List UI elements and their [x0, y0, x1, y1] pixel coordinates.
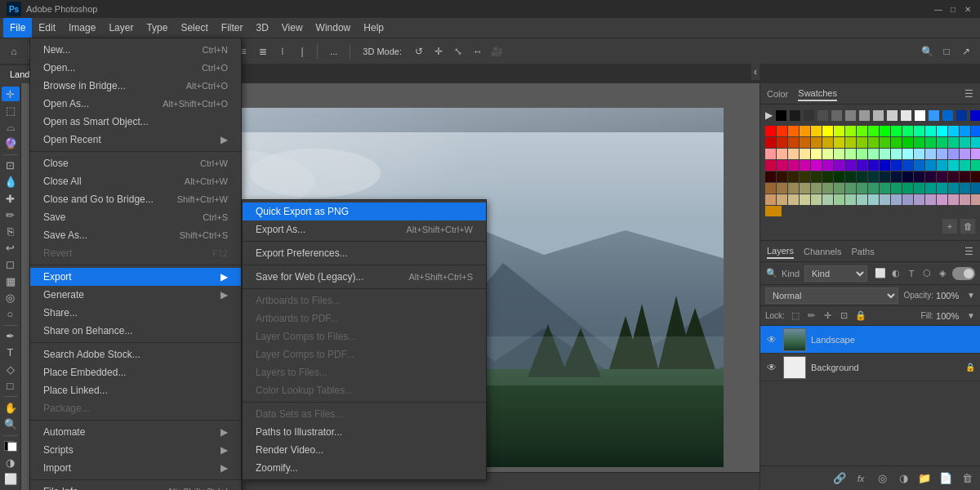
swatch[interactable] [971, 194, 980, 205]
swatch[interactable] [811, 126, 822, 136]
swatch[interactable] [937, 194, 947, 205]
export-preferences[interactable]: Export Preferences... [243, 244, 486, 262]
swatch-dark2[interactable] [804, 110, 814, 121]
zoomify[interactable]: Zoomify... [243, 459, 486, 477]
swatch[interactable] [891, 126, 902, 136]
swatch[interactable] [937, 149, 947, 159]
swatch[interactable] [800, 149, 810, 159]
swatch-dark3[interactable] [817, 110, 828, 121]
3d-scale-icon[interactable]: ⤡ [451, 44, 466, 59]
filter-icon[interactable]: 🔍 [765, 267, 778, 280]
swatch[interactable] [948, 149, 959, 159]
channels-tab[interactable]: Channels [804, 245, 841, 258]
swatch-white[interactable] [915, 110, 925, 121]
swatch[interactable] [880, 126, 890, 136]
menu-search-stock[interactable]: Search Adobe Stock... [30, 345, 241, 363]
heal-tool[interactable]: ✚ [2, 191, 20, 206]
swatch[interactable] [902, 126, 913, 136]
swatch[interactable] [834, 137, 844, 148]
swatch[interactable] [800, 137, 810, 148]
menu-edit[interactable]: Edit [32, 18, 62, 38]
foreground-color[interactable] [2, 439, 20, 453]
menu-place-embedded[interactable]: Place Embedded... [30, 363, 241, 381]
swatch[interactable] [960, 194, 970, 205]
swatch[interactable] [960, 137, 970, 148]
menu-close[interactable]: Close Ctrl+W [30, 154, 241, 172]
menu-import[interactable]: Import ▶ [30, 459, 241, 477]
swatch[interactable] [902, 160, 913, 171]
swatch[interactable] [902, 183, 913, 194]
swatch[interactable] [800, 172, 810, 182]
swatch[interactable] [891, 183, 902, 194]
menu-new[interactable]: New... Ctrl+N [30, 41, 241, 59]
swatch[interactable] [822, 149, 833, 159]
swatch[interactable] [857, 172, 867, 182]
swatch[interactable] [788, 194, 799, 205]
3d-move-icon[interactable]: ✛ [431, 44, 446, 59]
link-layers-icon[interactable]: 🔗 [831, 470, 848, 487]
swatch[interactable] [845, 194, 856, 205]
swatch-light3[interactable] [901, 110, 911, 121]
marquee-tool[interactable]: ⬚ [2, 103, 20, 118]
eraser-tool[interactable]: ◻ [2, 257, 20, 272]
fx-icon[interactable]: fx [853, 470, 869, 487]
swatch[interactable] [925, 160, 936, 171]
lock-all-icon[interactable]: 🔒 [855, 310, 866, 322]
menu-close-bridge[interactable]: Close and Go to Bridge... Shift+Ctrl+W [30, 190, 241, 208]
layer-item-background[interactable]: 👁 Background 🔒 [760, 354, 980, 381]
swatch[interactable] [811, 172, 822, 182]
swatch[interactable] [811, 194, 822, 205]
swatches-menu-icon[interactable]: ☰ [964, 88, 973, 100]
menu-file-info[interactable]: File Info... Alt+Shift+Ctrl+I [30, 483, 241, 490]
swatch[interactable] [880, 194, 890, 205]
3d-camera-icon[interactable]: 🎥 [490, 44, 505, 59]
swatch[interactable] [948, 126, 959, 136]
title-bar-controls[interactable]: — □ ✕ [933, 3, 973, 15]
filter-toggle[interactable] [952, 267, 975, 280]
swatch[interactable] [925, 126, 936, 136]
swatch-orange[interactable] [765, 206, 782, 216]
swatch[interactable] [765, 172, 776, 182]
swatch[interactable] [971, 137, 980, 148]
color-tab[interactable]: Color [767, 87, 788, 100]
play-button[interactable]: ▶ [765, 109, 773, 121]
menu-place-linked[interactable]: Place Linked... [30, 381, 241, 399]
swatch[interactable] [891, 160, 902, 171]
swatch[interactable] [834, 183, 844, 194]
export-quick-png[interactable]: Quick Export as PNG [243, 203, 486, 220]
swatch[interactable] [925, 172, 936, 182]
swatch[interactable] [948, 160, 959, 171]
menu-view[interactable]: View [275, 18, 310, 38]
menu-open-smart[interactable]: Open as Smart Object... [30, 113, 241, 131]
menu-open[interactable]: Open... Ctrl+O [30, 59, 241, 77]
shape-filter-icon[interactable]: ⬡ [920, 267, 933, 280]
swatch[interactable] [925, 149, 936, 159]
zoom-tool[interactable]: 🔍 [2, 416, 20, 431]
swatch[interactable] [857, 137, 867, 148]
swatch[interactable] [765, 160, 776, 171]
menu-share[interactable]: Share... [30, 304, 241, 322]
swatch[interactable] [788, 160, 799, 171]
swatch[interactable] [902, 194, 913, 205]
swatch-light1[interactable] [873, 110, 884, 121]
minimize-button[interactable]: — [933, 3, 944, 15]
swatch[interactable] [937, 137, 947, 148]
menu-automate[interactable]: Automate ▶ [30, 423, 241, 441]
screen-mode[interactable]: ⬜ [2, 472, 20, 487]
swatch[interactable] [971, 172, 980, 182]
swatch-light2[interactable] [887, 110, 898, 121]
swatch[interactable] [914, 137, 924, 148]
swatch[interactable] [880, 137, 890, 148]
swatch[interactable] [811, 160, 822, 171]
swatch-black[interactable] [776, 110, 786, 121]
swatch[interactable] [868, 126, 879, 136]
swatch[interactable] [822, 172, 833, 182]
crop-tool[interactable]: ⊡ [2, 158, 20, 173]
swatch[interactable] [971, 126, 980, 136]
swatch[interactable] [914, 126, 924, 136]
menu-filter[interactable]: Filter [215, 18, 250, 38]
smart-filter-icon[interactable]: ◈ [936, 267, 949, 280]
swatch-blue2[interactable] [942, 110, 953, 121]
dodge-tool[interactable]: ○ [2, 306, 20, 321]
swatch[interactable] [971, 160, 980, 171]
